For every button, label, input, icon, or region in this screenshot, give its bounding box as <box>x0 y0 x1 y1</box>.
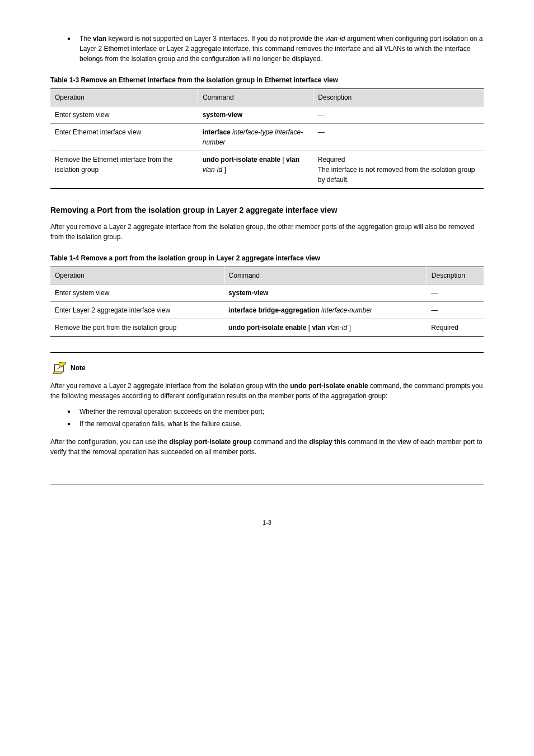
note-post-text: After the configuration, you can use the… <box>50 437 484 457</box>
cell-command: undo port-isolate enable [ vlan vlan-id … <box>198 151 313 189</box>
cell-description: — <box>427 302 484 319</box>
top-bullet-paragraph: ● The vlan keyword is not supported on L… <box>50 34 484 64</box>
cell-command: system-view <box>198 106 313 124</box>
cell-command: interface interface-type interface-numbe… <box>198 124 313 151</box>
note-body-text: After you remove a Layer 2 aggregate int… <box>50 381 484 401</box>
note-label: Note <box>71 363 86 373</box>
table-row: Remove the Ethernet interface from the i… <box>50 151 484 189</box>
table-header-command: Command <box>198 89 313 106</box>
table-header-operation: Operation <box>50 267 224 284</box>
table-row: Enter Layer 2 aggregate interface view i… <box>50 302 484 319</box>
cell-description: Required The interface is not removed fr… <box>313 151 484 189</box>
table-1: Operation Command Description Enter syst… <box>50 88 484 189</box>
cell-operation: Enter system view <box>50 106 198 124</box>
table-row: Operation Command Description <box>50 267 484 284</box>
table-1-caption: Table 1-3 Remove an Ethernet interface f… <box>50 75 484 85</box>
note-header: Note <box>50 362 484 374</box>
list-item: ●Whether the removal operation succeeds … <box>67 407 484 417</box>
cell-command: system-view <box>224 284 427 302</box>
table-row: Operation Command Description <box>50 89 484 106</box>
page-number: 1-3 <box>50 518 484 528</box>
cell-description: Required <box>427 319 484 337</box>
cell-command: undo port-isolate enable [ vlan vlan-id … <box>224 319 427 337</box>
cell-command: interface bridge-aggregation interface-n… <box>224 302 427 319</box>
table-header-command: Command <box>224 267 427 284</box>
cell-operation: Enter system view <box>50 284 224 302</box>
cell-description: — <box>427 284 484 302</box>
table-header-description: Description <box>313 89 484 106</box>
table-row: Enter system view system-view — <box>50 284 484 302</box>
table-2-caption: Table 1-4 Remove a port from the isolati… <box>50 253 484 263</box>
table-row: Remove the port from the isolation group… <box>50 319 484 337</box>
list-item: ●If the removal operation fails, what is… <box>67 419 484 429</box>
top-bullet-text: The vlan keyword is not supported on Lay… <box>79 34 484 64</box>
cell-description: — <box>313 124 484 151</box>
cell-description: — <box>313 106 484 124</box>
section-paragraph: After you remove a Layer 2 aggregate int… <box>50 222 484 242</box>
note-bullet-list: ●Whether the removal operation succeeds … <box>50 407 484 429</box>
cell-operation: Enter Ethernet interface view <box>50 124 198 151</box>
bullet-dot-icon: ● <box>67 34 71 64</box>
cell-operation: Remove the port from the isolation group <box>50 319 224 337</box>
bullet-dot-icon: ● <box>67 407 71 417</box>
cell-operation: Enter Layer 2 aggregate interface view <box>50 302 224 319</box>
bullet-dot-icon: ● <box>67 419 71 429</box>
table-header-operation: Operation <box>50 89 198 106</box>
table-2: Operation Command Description Enter syst… <box>50 267 484 337</box>
table-header-description: Description <box>427 267 484 284</box>
note-icon <box>53 362 67 374</box>
table-row: Enter system view system-view — <box>50 106 484 124</box>
section-heading: Removing a Port from the isolation group… <box>50 204 484 216</box>
cell-operation: Remove the Ethernet interface from the i… <box>50 151 198 189</box>
note-box: Note After you remove a Layer 2 aggregat… <box>50 352 484 484</box>
table-row: Enter Ethernet interface view interface … <box>50 124 484 151</box>
